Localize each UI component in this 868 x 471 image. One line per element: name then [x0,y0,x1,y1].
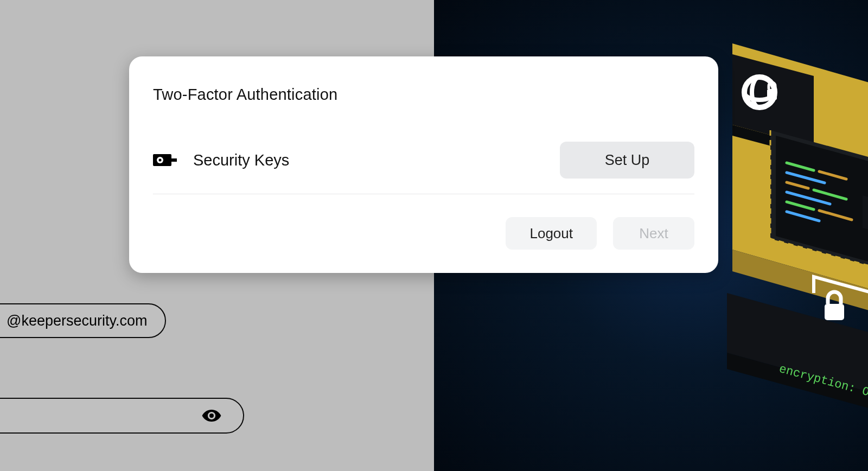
svg-marker-21 [727,353,868,412]
setup-button[interactable]: Set Up [560,142,694,179]
method-left: Security Keys [153,151,289,169]
password-field[interactable] [0,398,244,434]
svg-marker-3 [732,125,814,157]
svg-marker-2 [732,54,814,147]
svg-marker-1 [732,250,868,315]
svg-line-13 [787,192,830,204]
modal-title: Two-Factor Authentication [153,86,694,104]
svg-point-4 [744,77,775,107]
svg-rect-5 [767,89,777,100]
svg-rect-28 [171,162,177,163]
svg-line-8 [787,163,814,170]
next-button: Next [613,217,694,250]
email-field[interactable]: @keepersecurity.com [0,303,166,338]
svg-marker-0 [732,43,868,293]
svg-marker-7 [776,136,868,266]
svg-rect-27 [171,157,177,158]
svg-line-14 [787,202,814,209]
method-label: Security Keys [193,151,289,169]
svg-marker-6 [770,130,868,271]
email-hint-text: @keepersecurity.com [7,313,148,329]
svg-line-11 [787,182,808,188]
svg-line-12 [814,190,846,199]
method-row-security-keys: Security Keys Set Up [153,142,694,194]
app-stage: encryption: ON @keepersecurity.com Two-F… [0,0,868,471]
svg-line-9 [819,171,846,179]
eye-icon[interactable] [201,405,222,427]
svg-marker-20 [727,293,868,396]
security-key-icon [153,152,178,168]
logout-button[interactable]: Logout [506,217,597,250]
svg-marker-17 [863,195,868,237]
svg-rect-22 [825,304,844,320]
svg-line-10 [787,173,825,183]
encryption-label: encryption: ON [777,362,868,402]
two-factor-modal: Two-Factor Authentication Security Keys … [129,56,718,273]
svg-point-25 [159,159,162,162]
modal-footer: Logout Next [153,217,694,250]
svg-line-15 [819,211,852,220]
svg-line-16 [787,212,819,221]
